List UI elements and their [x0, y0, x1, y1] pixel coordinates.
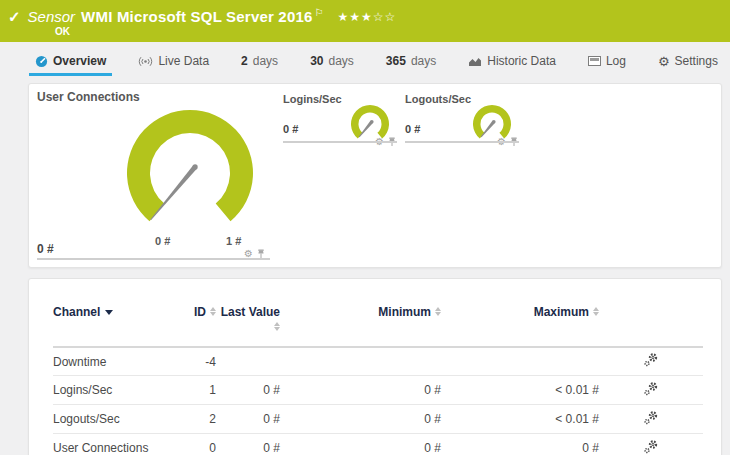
tab-2-days-number: 2	[241, 54, 248, 68]
channel-id: 1	[186, 376, 216, 405]
tab-365-days-number: 365	[386, 54, 406, 68]
channel-maximum: < 0.01 #	[441, 376, 599, 405]
primary-gauge	[120, 99, 260, 239]
tab-log[interactable]: Log	[586, 42, 628, 80]
status-ok-check-icon: ✓	[8, 8, 21, 26]
sort-icon	[210, 307, 216, 316]
gauge-underline	[283, 141, 397, 143]
gauges-panel: User Connections 0 # 1 # 0 # ⚙ Logins/Se…	[28, 83, 722, 268]
tab-live-data-label: Live Data	[158, 54, 209, 68]
channel-name[interactable]: Logouts/Sec	[53, 405, 186, 434]
logouts-gauge-value: 0 #	[405, 123, 420, 135]
channel-name[interactable]: Downtime	[53, 347, 186, 376]
gauge-needle	[150, 165, 197, 220]
channel-minimum	[280, 347, 441, 376]
tab-overview-label: Overview	[53, 54, 106, 68]
sort-icon	[274, 322, 280, 331]
column-header-id[interactable]: ID	[186, 305, 216, 347]
sensor-title: WMI Microsoft SQL Server 2016	[81, 8, 312, 25]
channel-id: 0	[186, 434, 216, 455]
tab-365-days-unit: days	[411, 54, 436, 68]
channel-id: 2	[186, 405, 216, 434]
channel-settings-gears-icon[interactable]	[643, 352, 659, 371]
tab-historic-data-label: Historic Data	[487, 54, 556, 68]
sort-icon	[593, 307, 599, 316]
logins-gauge-title: Logins/Sec	[283, 93, 342, 105]
tab-overview[interactable]: Overview	[33, 42, 108, 80]
column-header-channel[interactable]: Channel	[53, 305, 186, 347]
channel-settings-gears-icon[interactable]	[643, 439, 659, 455]
table-row: User Connections 0 0 # 0 # 0 #	[53, 434, 703, 455]
channel-maximum	[441, 347, 599, 376]
tab-2-days[interactable]: 2 days	[239, 42, 280, 80]
gauge-pin-icon[interactable]	[257, 245, 265, 263]
tab-historic-data[interactable]: Historic Data	[466, 42, 558, 80]
table-row: Logouts/Sec 2 0 # 0 # < 0.01 #	[53, 405, 703, 434]
channel-minimum: 0 #	[280, 405, 441, 434]
tab-2-days-unit: days	[253, 54, 278, 68]
column-header-last-value[interactable]: Last Value	[216, 305, 280, 347]
tab-live-data[interactable]: Live Data	[136, 42, 211, 80]
tab-30-days-unit: days	[328, 54, 353, 68]
sort-desc-icon	[105, 310, 113, 315]
channel-maximum: < 0.01 #	[441, 405, 599, 434]
channels-table: Channel ID Last Value Minimum Maximum	[53, 305, 703, 455]
gauge-underline	[37, 258, 270, 260]
gauge-arc	[127, 110, 253, 221]
channel-name[interactable]: User Connections	[53, 434, 186, 455]
channel-last-value: 0 #	[216, 434, 280, 455]
channel-last-value: 0 #	[216, 376, 280, 405]
live-data-icon	[138, 56, 153, 67]
flag-icon[interactable]: ⚐	[315, 7, 324, 18]
gauge-underline	[405, 141, 519, 143]
channel-settings-gears-icon[interactable]	[643, 381, 659, 400]
area-chart-icon	[468, 56, 482, 67]
tab-30-days-number: 30	[310, 54, 323, 68]
sort-icon	[435, 307, 441, 316]
gauge-icon	[35, 55, 48, 68]
logins-gauge-block: Logins/Sec 0 # ⚙	[283, 93, 397, 145]
table-header-row: Channel ID Last Value Minimum Maximum	[53, 305, 703, 347]
tab-bar: Overview Live Data 2 days 30 days 365 da…	[0, 42, 730, 80]
channel-last-value: 0 #	[216, 405, 280, 434]
channels-panel: Channel ID Last Value Minimum Maximum	[28, 278, 722, 455]
tab-log-label: Log	[606, 54, 626, 68]
primary-gauge-scale-max: 1 #	[226, 235, 241, 247]
status-badge: OK	[55, 26, 70, 37]
channel-minimum: 0 #	[280, 376, 441, 405]
column-header-actions	[599, 305, 703, 347]
object-kind-label: Sensor	[28, 8, 76, 25]
primary-gauge-value: 0 #	[37, 242, 54, 256]
channel-maximum: 0 #	[441, 434, 599, 455]
tab-365-days[interactable]: 365 days	[384, 42, 438, 80]
logouts-gauge-title: Logouts/Sec	[405, 93, 471, 105]
channel-last-value	[216, 347, 280, 376]
column-header-maximum[interactable]: Maximum	[441, 305, 599, 347]
tab-30-days[interactable]: 30 days	[308, 42, 356, 80]
gear-icon: ⚙	[658, 55, 670, 68]
channel-name[interactable]: Logins/Sec	[53, 376, 186, 405]
tab-settings[interactable]: ⚙ Settings	[656, 42, 720, 80]
priority-stars[interactable]: ★★★☆☆	[338, 10, 397, 24]
table-row: Logins/Sec 1 0 # 0 # < 0.01 #	[53, 376, 703, 405]
channel-settings-gears-icon[interactable]	[643, 410, 659, 429]
column-header-minimum[interactable]: Minimum	[280, 305, 441, 347]
logouts-gauge-block: Logouts/Sec 0 # ⚙	[405, 93, 519, 145]
log-window-icon	[588, 56, 601, 66]
tab-settings-label: Settings	[675, 54, 718, 68]
table-row: Downtime -4	[53, 347, 703, 376]
channel-minimum: 0 #	[280, 434, 441, 455]
logins-gauge-value: 0 #	[283, 123, 298, 135]
sensor-status-bar: ✓ Sensor WMI Microsoft SQL Server 2016 ⚐…	[0, 0, 730, 42]
primary-gauge-scale-min: 0 #	[155, 235, 170, 247]
channel-id: -4	[186, 347, 216, 376]
